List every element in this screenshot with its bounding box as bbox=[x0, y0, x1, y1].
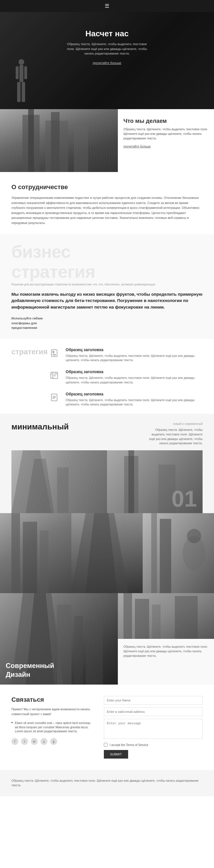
social-icon-twitter[interactable]: t bbox=[21, 738, 28, 745]
strategy-item-1-text: Образец текста. Щёлкните, чтобы выделить… bbox=[66, 354, 203, 363]
svg-rect-43 bbox=[57, 604, 71, 685]
strategy-section-title: стратегия bbox=[11, 347, 48, 356]
message-input[interactable] bbox=[104, 719, 203, 739]
contact-list-item-1-text: Etiam sit amet convallis erat – class ap… bbox=[15, 721, 93, 734]
svg-rect-2 bbox=[17, 82, 21, 102]
about-text: Управление операционными изменениями под… bbox=[11, 195, 203, 226]
svg-rect-5 bbox=[24, 66, 27, 79]
modern-design-top-image bbox=[118, 593, 214, 639]
about-section: О сотрудничестве Управление операционным… bbox=[0, 172, 214, 234]
strategy-item-1-content: Образец заголовка Образец текста. Щёлкни… bbox=[66, 347, 203, 363]
contact-intro: Привет! Мы с нетерпением ждем возможност… bbox=[11, 707, 93, 716]
contact-title: Связаться bbox=[11, 696, 93, 704]
svg-rect-48 bbox=[152, 604, 160, 639]
social-icons: f t in y g bbox=[11, 738, 93, 745]
what-we-do-read-more[interactable]: прочитайте больше bbox=[123, 145, 151, 148]
svg-marker-27 bbox=[26, 459, 54, 513]
what-we-do-content: Что мы делаем Образец текста. Щёлкните, … bbox=[118, 109, 214, 172]
modern-design-section: Современный Дизайн Образец текста. Щёлкн… bbox=[0, 593, 214, 685]
biz-left: Используйте гибкие платформы для предост… bbox=[11, 316, 46, 330]
contact-list: Etiam sit amet convallis erat – class ap… bbox=[11, 721, 93, 734]
hero-figure bbox=[14, 58, 29, 109]
hero-section: Насчет нас Образец текста. Щёлкните, что… bbox=[0, 12, 214, 109]
gallery-image-1 bbox=[0, 513, 71, 593]
modern-design-right: Образец текста. Щёлкните, чтобы выделить… bbox=[118, 593, 214, 685]
hero-title: Насчет нас bbox=[64, 29, 150, 38]
nav-bar: ☰ bbox=[0, 0, 214, 12]
strategy-item-1: Образец заголовка Образец текста. Щёлкни… bbox=[48, 347, 203, 363]
strategy-icon-2 bbox=[48, 369, 60, 381]
terms-label: I accept the Terms of Service bbox=[110, 743, 148, 747]
biz-strategy-section: бизнес стратегия Решения для реструктури… bbox=[0, 234, 214, 339]
submit-button[interactable]: SUBMIT bbox=[104, 750, 129, 758]
svg-rect-46 bbox=[123, 593, 132, 639]
svg-rect-38 bbox=[160, 519, 171, 593]
gallery-item-3 bbox=[143, 513, 214, 593]
svg-rect-32 bbox=[11, 513, 20, 593]
svg-rect-45 bbox=[85, 622, 103, 685]
biz-bg-text-line2: стратегия bbox=[11, 263, 203, 281]
minimal-image-1 bbox=[11, 450, 107, 513]
modern-design-text: Образец текста. Щёлкните, чтобы выделить… bbox=[118, 639, 214, 685]
svg-rect-20 bbox=[54, 375, 56, 376]
svg-rect-47 bbox=[135, 599, 149, 639]
what-we-do-section: Что мы делаем Образец текста. Щёлкните, … bbox=[0, 109, 214, 172]
minimal-building-1 bbox=[11, 450, 107, 513]
svg-rect-1 bbox=[20, 65, 24, 82]
svg-rect-30 bbox=[129, 450, 134, 513]
strategy-item-2-content: Образец заголовка Образец текста. Щёлкни… bbox=[66, 369, 203, 385]
social-icon-facebook[interactable]: f bbox=[11, 738, 18, 745]
biz-bg-text-line1: бизнес bbox=[11, 243, 203, 260]
strategy-item-2-title: Образец заголовка bbox=[66, 369, 203, 374]
svg-rect-44 bbox=[74, 616, 83, 685]
strategy-item-2-text: Образец текста. Щёлкните, чтобы выделить… bbox=[66, 376, 203, 385]
biz-main-text: Мы помогаем извлечь выгоду из низко вися… bbox=[11, 291, 203, 311]
hero-read-more-link[interactable]: прочитайте больше bbox=[93, 61, 121, 65]
social-icon-linkedin[interactable]: in bbox=[31, 738, 38, 745]
strategy-header: стратегия Образец заголовка Образец текс… bbox=[0, 339, 214, 414]
hamburger-icon[interactable]: ☰ bbox=[105, 3, 109, 9]
svg-rect-11 bbox=[51, 350, 57, 356]
contact-form: I accept the Terms of Service SUBMIT bbox=[104, 696, 203, 758]
what-we-do-title: Что мы делаем bbox=[123, 118, 209, 124]
strategy-item-3-content: Образец заголовка Образец текста. Щёлкни… bbox=[66, 392, 203, 407]
strategy-item-2: Образец заголовка Образец текста. Щёлкни… bbox=[48, 369, 203, 385]
what-we-do-description: Образец текста. Щёлкните, чтобы выделить… bbox=[123, 127, 209, 141]
strategy-icon-1 bbox=[48, 347, 60, 359]
social-icon-youtube[interactable]: y bbox=[40, 738, 47, 745]
what-we-do-image bbox=[0, 109, 118, 172]
strategy-item-3: Образец заголовка Образец текста. Щёлкни… bbox=[48, 392, 203, 407]
hero-description: Образец текста. Щёлкните, чтобы выделить… bbox=[64, 42, 150, 56]
minimal-images: 01 bbox=[11, 450, 203, 513]
biz-subtitle: Решения для реструктуризации стратегии п… bbox=[11, 283, 203, 286]
footer-text: Образец текста. Щёлкните, чтобы выделить… bbox=[11, 779, 203, 788]
footer-section: Образец текста. Щёлкните, чтобы выделить… bbox=[0, 770, 214, 796]
social-icon-google[interactable]: g bbox=[50, 738, 57, 745]
svg-rect-34 bbox=[40, 530, 48, 593]
minimal-header: минимальный новый и современный Образец … bbox=[11, 422, 203, 446]
svg-rect-4 bbox=[16, 66, 19, 79]
strategy-section: стратегия Образец заголовка Образец текс… bbox=[0, 339, 214, 414]
strategy-item-3-text: Образец текста. Щёлкните, чтобы выделить… bbox=[66, 398, 203, 407]
svg-rect-33 bbox=[23, 522, 37, 593]
svg-rect-10 bbox=[74, 126, 88, 172]
svg-rect-49 bbox=[175, 596, 198, 639]
gallery-item-2 bbox=[71, 513, 143, 593]
strategy-title-container: стратегия bbox=[11, 347, 48, 356]
svg-rect-19 bbox=[52, 375, 54, 376]
email-input[interactable] bbox=[104, 707, 203, 716]
minimal-title: минимальный bbox=[11, 422, 69, 431]
minimal-section: минимальный новый и современный Образец … bbox=[0, 414, 214, 513]
minimal-right-text: Образец текста. Щёлкните, чтобы выделить… bbox=[145, 428, 203, 446]
svg-marker-26 bbox=[11, 450, 51, 513]
contact-section: Связаться Привет! Мы с нетерпением ждем … bbox=[0, 685, 214, 770]
strategy-icon-3 bbox=[48, 392, 60, 403]
name-input[interactable] bbox=[104, 696, 203, 705]
about-title: О сотрудничестве bbox=[11, 183, 203, 191]
gallery-image-3 bbox=[143, 513, 214, 593]
svg-rect-37 bbox=[151, 513, 157, 593]
terms-checkbox[interactable] bbox=[104, 743, 108, 747]
svg-rect-7 bbox=[28, 109, 34, 172]
modern-design-title: Современный Дизайн bbox=[6, 661, 54, 679]
biz-flex-container: Используйте гибкие платформы для предост… bbox=[11, 316, 203, 330]
